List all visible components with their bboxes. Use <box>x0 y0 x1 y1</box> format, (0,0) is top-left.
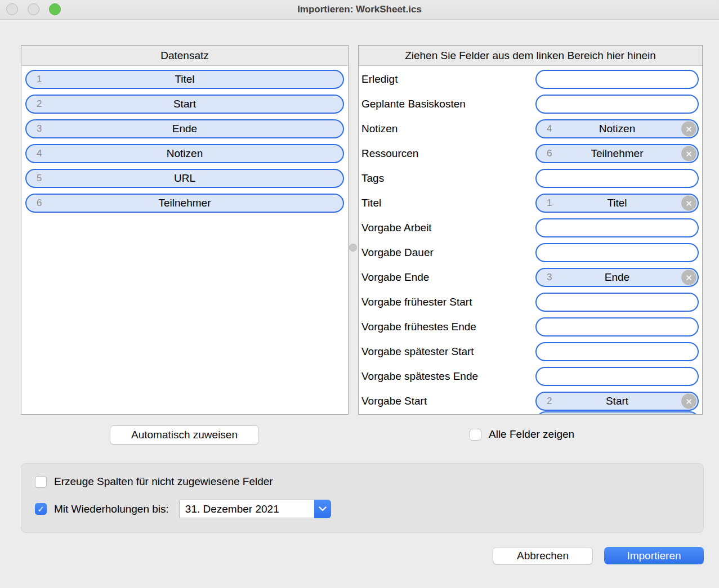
target-field-label: Vorgabe Start <box>361 395 427 407</box>
target-field-label: Geplante Basiskosten <box>361 98 466 110</box>
cancel-button[interactable]: Abbrechen <box>493 547 593 564</box>
field-row: Tags <box>359 166 702 191</box>
target-field-list: Erledigt Geplante Basiskosten Notizen 4 … <box>359 66 702 414</box>
empty-field-slot[interactable] <box>535 342 699 361</box>
titlebar: Importieren: WorkSheet.ics <box>0 0 719 20</box>
target-field-label: Vorgabe Arbeit <box>361 222 432 234</box>
repetition-date-value: 31. Dezember 2021 <box>185 503 279 515</box>
x-icon: ✕ <box>685 272 693 282</box>
target-field-label: Erledigt <box>361 73 398 86</box>
show-all-fields-label: Alle Felder zeigen <box>489 428 574 441</box>
assigned-field-pill[interactable]: 1 Titel ✕ <box>535 194 699 213</box>
import-button[interactable]: Importieren <box>604 547 704 564</box>
show-all-fields-option: Alle Felder zeigen <box>470 428 574 441</box>
field-name: Teilnehmer <box>26 197 343 209</box>
create-columns-checkbox[interactable] <box>35 476 47 488</box>
field-name: Notizen <box>26 147 343 160</box>
repetition-date-dropdown[interactable]: 31. Dezember 2021 <box>179 500 331 518</box>
field-row: Geplante Basiskosten <box>359 92 702 116</box>
target-field-label: Notizen <box>361 123 398 135</box>
target-field-label: Vorgabe spätester Start <box>361 345 474 358</box>
create-columns-option: Erzeuge Spalten für nicht zugewiesene Fe… <box>35 475 273 488</box>
target-field-label: Vorgabe Dauer <box>361 246 434 259</box>
create-columns-label: Erzeuge Spalten für nicht zugewiesene Fe… <box>54 475 273 488</box>
source-field-pill[interactable]: 6 Teilnehmer <box>25 194 344 213</box>
target-field-label: Ressourcen <box>361 147 418 160</box>
source-field-pill[interactable]: 3 Ende <box>25 119 344 138</box>
auto-assign-button[interactable]: Automatisch zuweisen <box>110 425 259 445</box>
field-row: Vorgabe Arbeit <box>359 216 702 240</box>
empty-field-slot[interactable] <box>535 317 699 336</box>
field-pill-partial[interactable] <box>536 411 699 415</box>
x-icon: ✕ <box>685 198 693 208</box>
field-row: Erledigt <box>359 67 702 92</box>
empty-field-slot[interactable] <box>535 367 699 386</box>
empty-field-slot[interactable] <box>535 95 699 114</box>
repetitions-label: Mit Wiederholungen bis: <box>54 503 169 515</box>
target-field-label: Vorgabe frühester Start <box>361 296 472 308</box>
empty-field-slot[interactable] <box>535 70 699 89</box>
target-field-label: Vorgabe frühestes Ende <box>361 321 476 333</box>
x-icon: ✕ <box>685 396 693 406</box>
splitter-handle[interactable] <box>349 244 357 252</box>
remove-assignment-button[interactable]: ✕ <box>681 196 696 211</box>
field-row: Vorgabe Dauer <box>359 240 702 265</box>
target-fields-panel: Ziehen Sie Felder aus dem linken Bereich… <box>358 45 703 415</box>
source-field-pill[interactable]: 5 URL <box>25 169 344 188</box>
assigned-field-pill[interactable]: 4 Notizen ✕ <box>535 119 699 138</box>
source-field-pill[interactable]: 1 Titel <box>25 70 344 89</box>
x-icon: ✕ <box>685 149 693 159</box>
field-row: Vorgabe frühestes Ende <box>359 315 702 339</box>
field-name: Titel <box>537 197 698 209</box>
empty-field-slot[interactable] <box>535 243 699 262</box>
field-name: Titel <box>26 73 343 86</box>
target-field-label: Titel <box>361 197 381 209</box>
import-options-box: Erzeuge Spalten für nicht zugewiesene Fe… <box>21 463 704 533</box>
field-row: Vorgabe spätester Start <box>359 339 702 364</box>
source-field-pill[interactable]: 4 Notizen <box>25 144 344 163</box>
target-field-label: Vorgabe spätestes Ende <box>361 370 478 383</box>
field-name: Start <box>26 98 343 110</box>
source-fields-panel: Datensatz 1 Titel 2 Start 3 Ende 4 Notiz… <box>21 45 349 415</box>
target-field-label: Vorgabe Ende <box>361 271 429 284</box>
field-row: Vorgabe Ende 3 Ende ✕ <box>359 265 702 290</box>
source-field-list: 1 Titel 2 Start 3 Ende 4 Notizen 5 URL 6… <box>21 66 348 213</box>
empty-field-slot[interactable] <box>535 218 699 237</box>
remove-assignment-button[interactable]: ✕ <box>681 270 696 285</box>
field-row: Notizen 4 Notizen ✕ <box>359 116 702 141</box>
target-panel-header: Ziehen Sie Felder aus dem linken Bereich… <box>359 46 702 66</box>
check-icon: ✓ <box>37 504 44 514</box>
remove-assignment-button[interactable]: ✕ <box>681 122 696 137</box>
remove-assignment-button[interactable]: ✕ <box>681 394 696 409</box>
window-title: Importieren: WorkSheet.ics <box>0 0 719 19</box>
field-row: Titel 1 Titel ✕ <box>359 191 702 216</box>
empty-field-slot[interactable] <box>535 169 699 188</box>
field-name: URL <box>26 172 343 185</box>
field-row: Ressourcen 6 Teilnehmer ✕ <box>359 141 702 166</box>
field-name: Ende <box>26 123 343 135</box>
field-row: Vorgabe spätestes Ende <box>359 364 702 389</box>
show-all-fields-checkbox[interactable] <box>470 429 481 441</box>
field-name: Teilnehmer <box>537 147 698 160</box>
field-row: Vorgabe Start 2 Start ✕ <box>359 389 702 414</box>
remove-assignment-button[interactable]: ✕ <box>681 146 696 161</box>
source-field-pill[interactable]: 2 Start <box>25 95 344 114</box>
assigned-field-pill[interactable]: 6 Teilnehmer ✕ <box>535 144 699 163</box>
chevron-down-icon <box>314 500 331 518</box>
source-panel-header: Datensatz <box>21 46 348 66</box>
repetitions-option: ✓ Mit Wiederholungen bis: 31. Dezember 2… <box>35 500 331 518</box>
field-row: Vorgabe frühester Start <box>359 290 702 315</box>
field-name: Ende <box>537 271 698 284</box>
assigned-field-pill[interactable]: 2 Start ✕ <box>535 392 699 411</box>
field-name: Notizen <box>537 123 698 135</box>
assigned-field-pill[interactable]: 3 Ende ✕ <box>535 268 699 287</box>
target-field-label: Tags <box>361 172 384 185</box>
field-name: Start <box>537 395 698 407</box>
empty-field-slot[interactable] <box>535 293 699 312</box>
repetitions-checkbox[interactable]: ✓ <box>35 503 47 515</box>
x-icon: ✕ <box>685 124 693 134</box>
